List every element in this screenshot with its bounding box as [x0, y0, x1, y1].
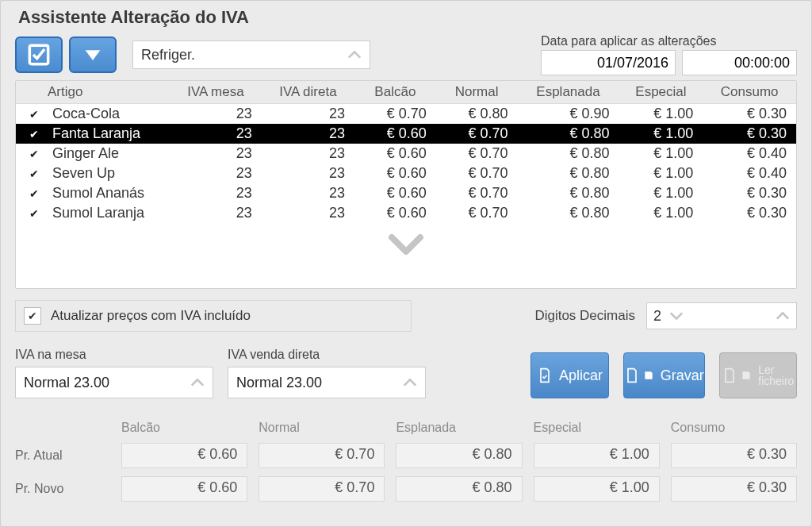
time-input[interactable]	[682, 50, 797, 75]
read-file-label-bottom: ficheiro	[758, 375, 794, 387]
table-row[interactable]: Coca-Cola2323€ 0.70€ 0.80€ 0.90€ 1.00€ 0…	[16, 104, 796, 125]
cell-normal: € 0.80	[436, 104, 518, 125]
cell-artigo: Fanta Laranja	[43, 124, 170, 144]
cell-iva-direta: 23	[262, 203, 354, 223]
apply-button[interactable]: Aplicar	[530, 352, 608, 398]
cell-balcao: € 0.60	[354, 144, 436, 163]
cell-especial: € 1.00	[619, 163, 703, 183]
col-normal: Normal	[436, 81, 518, 104]
decimal-digits-label: Digitos Decimais	[534, 308, 635, 324]
save-button[interactable]: Gravar	[623, 352, 705, 398]
row-checkmark-icon	[29, 125, 39, 141]
floppy-icon	[643, 370, 654, 381]
table-row[interactable]: Ginger Ale2323€ 0.60€ 0.70€ 0.80€ 1.00€ …	[16, 144, 796, 163]
iva-mesa-select[interactable]: Normal 23.00	[15, 367, 213, 398]
atual-normal: € 0.70	[259, 443, 385, 468]
col-esplanada-label: Esplanada	[396, 421, 522, 435]
iva-mesa-value: Normal 23.00	[24, 375, 109, 391]
row-novo-label: Pr. Novo	[15, 476, 110, 502]
cell-balcao: € 0.60	[354, 163, 436, 183]
cell-iva-mesa: 23	[170, 163, 262, 183]
read-file-button[interactable]: Ler ficheiro	[719, 352, 797, 398]
iva-direta-select[interactable]: Normal 23.00	[228, 367, 426, 398]
apply-button-label: Aplicar	[559, 367, 603, 384]
save-button-label: Gravar	[661, 367, 704, 384]
cell-consumo: € 0.30	[703, 124, 796, 144]
floppy-icon	[741, 370, 752, 381]
row-checkmark-icon	[29, 185, 39, 201]
col-consumo-label: Consumo	[671, 421, 797, 435]
iva-direta-group: IVA venda direta Normal 23.00	[228, 348, 426, 398]
cell-consumo: € 0.30	[703, 203, 796, 223]
table-row[interactable]: Fanta Laranja2323€ 0.60€ 0.70€ 0.80€ 1.0…	[16, 124, 796, 144]
table-row[interactable]: Sumol Ananás2323€ 0.60€ 0.70€ 0.80€ 1.00…	[16, 183, 796, 203]
chevron-up-icon[interactable]	[403, 375, 417, 391]
atual-esplanada: € 0.80	[396, 443, 522, 468]
options-row: ✔ Atualizar preços com IVA incluído Digi…	[15, 300, 797, 332]
cell-artigo: Coca-Cola	[43, 104, 170, 125]
iva-wizard-window: Assistente Alteração do IVA Refriger. Da…	[0, 0, 812, 527]
cell-normal: € 0.70	[436, 144, 518, 163]
document-icon	[624, 367, 640, 384]
row-checkmark-icon	[29, 106, 39, 121]
cell-esplanada: € 0.80	[517, 144, 619, 163]
col-iva-direta: IVA direta	[262, 81, 354, 104]
iva-mesa-label: IVA na mesa	[15, 348, 213, 362]
novo-normal: € 0.70	[259, 476, 385, 502]
cell-artigo: Seven Up	[43, 163, 170, 183]
document-apply-icon	[537, 367, 553, 384]
iva-direta-value: Normal 23.00	[236, 375, 322, 391]
decimal-digits-spinner[interactable]: 2	[646, 302, 797, 329]
cell-consumo: € 0.40	[703, 163, 796, 183]
iva-mesa-group: IVA na mesa Normal 23.00	[15, 348, 213, 398]
cell-artigo: Ginger Ale	[43, 144, 170, 163]
checkmark-box-icon	[28, 44, 50, 66]
filter-value: Refriger.	[141, 47, 195, 63]
cell-especial: € 1.00	[619, 203, 703, 223]
cell-iva-direta: 23	[262, 183, 354, 203]
chevron-up-icon[interactable]	[776, 308, 790, 325]
col-artigo: Artigo	[43, 81, 170, 104]
cell-artigo: Sumol Laranja	[43, 203, 170, 223]
cell-balcao: € 0.60	[354, 124, 436, 144]
atual-consumo: € 0.30	[671, 443, 797, 468]
novo-especial: € 1.00	[534, 476, 660, 502]
iva-and-actions-row: IVA na mesa Normal 23.00 IVA venda diret…	[15, 348, 797, 398]
cell-consumo: € 0.30	[703, 104, 796, 125]
chevron-up-icon[interactable]	[347, 47, 362, 63]
cell-normal: € 0.70	[436, 183, 518, 203]
select-all-button[interactable]	[15, 37, 63, 73]
scroll-down-icon[interactable]	[16, 223, 796, 288]
filter-input[interactable]: Refriger.	[132, 40, 370, 69]
update-prices-checkbox[interactable]: ✔ Atualizar preços com IVA incluído	[15, 300, 412, 332]
chevron-down-icon[interactable]	[669, 308, 684, 325]
cell-esplanada: € 0.80	[517, 183, 619, 203]
apply-date-label: Data para aplicar as alterações	[541, 34, 716, 48]
col-normal-label: Normal	[259, 421, 385, 435]
cell-especial: € 1.00	[619, 104, 703, 125]
table-row[interactable]: Sumol Laranja2323€ 0.60€ 0.70€ 0.80€ 1.0…	[16, 203, 796, 223]
cell-especial: € 1.00	[619, 183, 703, 203]
novo-balcao: € 0.60	[121, 476, 247, 502]
cell-iva-direta: 23	[262, 104, 354, 125]
row-atual-label: Pr. Atual	[15, 443, 110, 468]
row-checkmark-icon	[29, 145, 39, 161]
col-especial: Especial	[619, 81, 703, 104]
dropdown-button[interactable]	[69, 37, 117, 73]
date-input[interactable]	[541, 50, 676, 75]
chevron-up-icon[interactable]	[190, 375, 205, 391]
cell-esplanada: € 0.80	[517, 163, 619, 183]
col-iva-mesa: IVA mesa	[170, 81, 262, 104]
row-checkmark-icon	[29, 205, 39, 221]
iva-direta-label: IVA venda direta	[228, 348, 426, 362]
cell-especial: € 1.00	[619, 144, 703, 163]
price-compare-grid: Balcão Normal Esplanada Especial Consumo…	[15, 421, 797, 502]
col-especial-label: Especial	[534, 421, 660, 435]
cell-iva-direta: 23	[262, 163, 354, 183]
apply-date-block: Data para aplicar as alterações	[541, 34, 797, 75]
cell-artigo: Sumol Ananás	[43, 183, 170, 203]
table-row[interactable]: Seven Up2323€ 0.60€ 0.70€ 0.80€ 1.00€ 0.…	[16, 163, 796, 183]
cell-iva-mesa: 23	[170, 203, 262, 223]
articles-grid: Artigo IVA mesa IVA direta Balcão Normal…	[15, 80, 797, 289]
cell-normal: € 0.70	[436, 203, 518, 223]
